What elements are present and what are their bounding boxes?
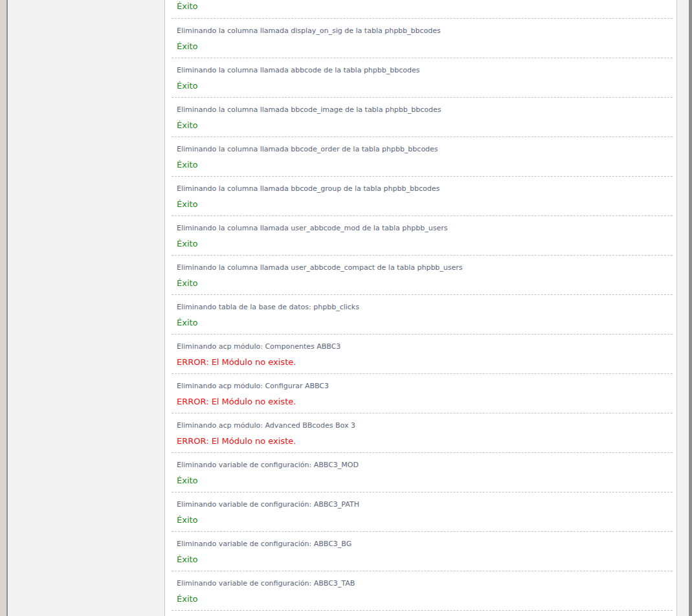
log-entry: Eliminando la columna llamada bbcode_gro… [172, 177, 673, 216]
log-entry: Eliminando acp módulo: Advanced BBcodes … [172, 413, 673, 453]
log-entry: Éxito [172, 0, 673, 19]
log-entry-status: Éxito [177, 159, 673, 170]
log-entry: Eliminando la columna llamada bbcode_ima… [172, 98, 673, 137]
log-entry-description: Eliminando la columna llamada display_on… [177, 27, 673, 36]
log-entry-description: Eliminando acp módulo: Componentes ABBC3 [177, 342, 673, 351]
log-entry: Eliminando la columna llamada bbcode_ord… [172, 137, 673, 177]
log-entry-description: Eliminando variable de configuración: AB… [177, 461, 673, 470]
log-entry-description: Eliminando la columna llamada bbcode_gro… [177, 184, 673, 193]
log-entry-status: Éxito [177, 1, 673, 12]
log-entry: Eliminando variable de configuración: AB… [172, 453, 673, 492]
log-entry-status: ERROR: El Módulo no existe. [177, 435, 673, 446]
log-entry-description: Eliminando variable de configuración: AB… [177, 579, 673, 588]
log-entry-status: Éxito [177, 593, 673, 604]
log-entry: Eliminando acp módulo: Componentes ABBC3… [172, 335, 673, 374]
log-entry: Eliminando la columna llamada user_abbco… [172, 256, 673, 295]
log-entry: Eliminando variable de configuración: AB… [172, 532, 673, 571]
log-entry-status: Éxito [177, 317, 673, 328]
log-entry-status: Éxito [177, 120, 673, 131]
log-entry-description: Eliminando la columna llamada user_abbco… [177, 263, 673, 272]
window-right-border [688, 0, 692, 616]
log-entry: Eliminando variable de configuración: AB… [172, 571, 673, 611]
log-entry-status: Éxito [177, 278, 673, 289]
log-entry-description: Eliminando la columna llamada bbcode_ima… [177, 105, 673, 115]
log-entry-status: Éxito [177, 199, 673, 210]
log-entry-description: Eliminando acp módulo: Configurar ABBC3 [177, 382, 673, 391]
log-entry: Eliminando acp módulo: Configurar ABBC3 … [172, 374, 673, 413]
log-entry-description: Eliminando la columna llamada abbcode de… [177, 66, 673, 75]
log-entry: Eliminando variable de configuración: AB… [172, 492, 673, 532]
log-entry-status: Éxito [177, 238, 673, 249]
log-entry: Eliminando la columna llamada user_abbco… [172, 216, 673, 256]
log-entry-description: Eliminando la columna llamada user_abbco… [177, 224, 673, 233]
sidebar-area [8, 0, 164, 616]
log-entry-status: Éxito [177, 475, 673, 486]
window-left-strip [0, 0, 6, 616]
log-entry-status: Éxito [177, 41, 673, 52]
log-entry-status: Éxito [177, 554, 673, 565]
log-entry-status: ERROR: El Módulo no existe. [177, 396, 673, 407]
log-entry-status: Éxito [177, 80, 673, 91]
log-entry-description: Eliminando variable de configuración: AB… [177, 540, 673, 549]
log-entry-description: Eliminando tabla de la base de datos: ph… [177, 303, 673, 312]
log-entry: Eliminando la columna llamada display_on… [172, 19, 673, 58]
log-entry-status: ERROR: El Módulo no existe. [177, 357, 673, 368]
log-entry-description: Eliminando acp módulo: Advanced BBcodes … [177, 421, 673, 430]
log-entry-status: Éxito [177, 514, 673, 525]
log-entry-description: Eliminando la columna llamada bbcode_ord… [177, 145, 673, 154]
log-entry: Eliminando tabla de la base de datos: ph… [172, 295, 673, 335]
log-entry: Eliminando la columna llamada abbcode de… [172, 58, 673, 98]
log-panel: Éxito Eliminando la columna llamada disp… [164, 0, 677, 616]
log-entry-description: Eliminando variable de configuración: AB… [177, 500, 673, 509]
